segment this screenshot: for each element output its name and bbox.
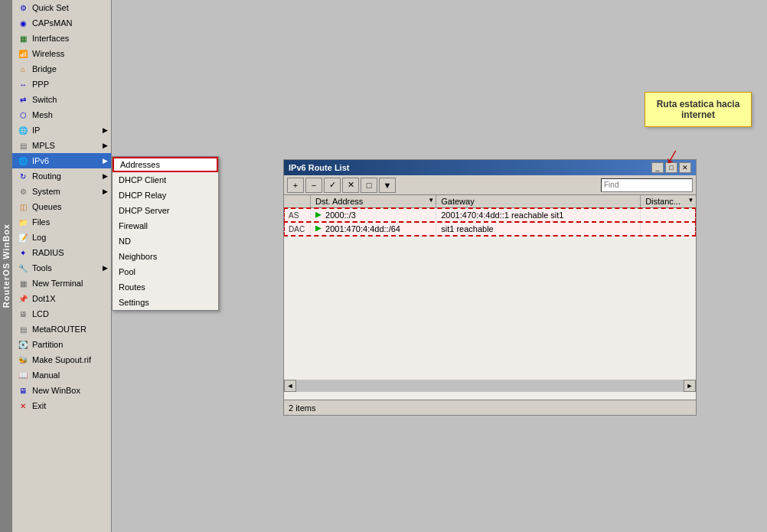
submenu-item-settings[interactable]: Settings [113, 295, 218, 310]
submenu-item-pool[interactable]: Pool [113, 264, 218, 279]
mpls-arrow-icon: ▶ [103, 142, 108, 149]
partition-icon: 💽 [17, 338, 29, 351]
new-winbox-icon: 🖥 [17, 384, 29, 397]
route-table-container: Dst. Address ▼ Gateway Distanc... ▼ AS [284, 195, 696, 387]
submenu-item-routes[interactable]: Routes [113, 279, 218, 295]
submenu-item-dhcp-server[interactable]: DHCP Server [113, 203, 218, 218]
queues-icon: ◫ [17, 201, 29, 213]
sidebar-item-interfaces[interactable]: ▦ Interfaces [12, 31, 111, 46]
sidebar-item-new-terminal[interactable]: ▦ New Terminal [12, 276, 111, 291]
submenu-item-dhcp-relay[interactable]: DHCP Relay [113, 188, 218, 203]
sidebar-item-wireless[interactable]: 📶 Wireless [12, 46, 111, 61]
sidebar-item-system[interactable]: ⚙ System ▶ [12, 184, 111, 199]
toolbar-check-button[interactable]: ✓ [324, 178, 341, 193]
sidebar-item-bridge[interactable]: ⌂ Bridge [12, 61, 111, 77]
route-toolbar: + − ✓ ✕ □ ▼ [284, 175, 696, 195]
route-window-titlebar[interactable]: IPv6 Route List _ □ ✕ [284, 160, 696, 175]
files-icon: 📁 [17, 216, 29, 228]
bridge-icon: ⌂ [17, 63, 29, 75]
sidebar-item-make-supout[interactable]: 🐝 Make Supout.rif [12, 352, 111, 367]
sidebar-item-partition[interactable]: 💽 Partition [12, 337, 111, 352]
sidebar-item-ipv6[interactable]: 🌐 IPv6 ▶ [12, 153, 111, 168]
col-distance[interactable]: Distanc... ▼ [641, 195, 696, 208]
row2-arrow-icon [315, 226, 321, 232]
ppp-icon: ↔ [17, 78, 29, 90]
route-table: Dst. Address ▼ Gateway Distanc... ▼ AS [284, 195, 696, 236]
toolbar-add-button[interactable]: + [287, 178, 304, 193]
sidebar-item-mpls[interactable]: ▤ MPLS ▶ [12, 138, 111, 153]
sidebar-item-lcd[interactable]: 🖥 LCD [12, 306, 111, 321]
sidebar-item-exit[interactable]: ✕ Exit [12, 398, 111, 413]
sidebar-item-routing[interactable]: ↻ Routing ▶ [12, 168, 111, 184]
toolbar-copy-button[interactable]: □ [361, 178, 377, 193]
sidebar-item-metarouter[interactable]: ▤ MetaROUTER [12, 321, 111, 337]
table-row[interactable]: DAC 2001:470:4:4dd::/64 sit1 reachable [284, 222, 696, 236]
sidebar-item-files[interactable]: 📁 Files [12, 214, 111, 230]
submenu-item-firewall[interactable]: Firewall [113, 218, 218, 233]
routing-icon: ↻ [17, 170, 29, 182]
app-vertical-label: RouterOS WinBox [0, 0, 12, 532]
submenu-item-nd[interactable]: ND [113, 233, 218, 249]
tooltip-bubble: Ruta estatica hacia internet [645, 92, 752, 127]
route-window: IPv6 Route List _ □ ✕ + − ✓ ✕ □ ▼ [283, 159, 697, 416]
submenu-item-addresses[interactable]: Addresses [113, 157, 218, 172]
ipv6-icon: 🌐 [17, 155, 29, 167]
row2-gateway: sit1 reachable [436, 222, 641, 236]
manual-icon: 📖 [17, 369, 29, 381]
sidebar-item-new-winbox[interactable]: 🖥 New WinBox [12, 383, 111, 398]
row1-flags: AS [284, 208, 311, 222]
quick-set-icon: ⚙ [17, 2, 29, 14]
tools-arrow-icon: ▶ [103, 264, 108, 272]
row2-dst-address: 2001:470:4:4dd::/64 [311, 222, 436, 236]
route-search-input[interactable] [601, 178, 693, 192]
sidebar-item-ppp[interactable]: ↔ PPP [12, 77, 111, 92]
new-terminal-icon: ▦ [17, 277, 29, 289]
ip-arrow-icon: ▶ [103, 126, 108, 134]
sidebar-item-switch[interactable]: ⇄ Switch [12, 92, 111, 107]
sidebar-item-capsman[interactable]: ◉ CAPsMAN [12, 15, 111, 31]
exit-icon: ✕ [17, 400, 29, 412]
col-dst-address[interactable]: Dst. Address ▼ [311, 195, 436, 208]
submenu-item-neighbors[interactable]: Neighbors [113, 249, 218, 264]
mesh-icon: ⬡ [17, 109, 29, 121]
window-close-button[interactable]: ✕ [679, 162, 691, 173]
sidebar-item-mesh[interactable]: ⬡ Mesh [12, 107, 111, 122]
row1-arrow-icon [315, 212, 321, 218]
row1-gateway: 2001:470:4:4dd::1 reachable sit1 [436, 208, 641, 222]
row1-distance [641, 208, 696, 222]
ipv6-arrow-icon: ▶ [103, 157, 108, 165]
sidebar-item-tools[interactable]: 🔧 Tools ▶ [12, 260, 111, 276]
sidebar-item-log[interactable]: 📝 Log [12, 230, 111, 245]
toolbar-filter-button[interactable]: ▼ [379, 178, 396, 193]
ipv6-submenu: Addresses DHCP Client DHCP Relay DHCP Se… [112, 156, 219, 311]
horizontal-scrollbar[interactable]: ◄ ► [284, 380, 696, 392]
sidebar-item-manual[interactable]: 📖 Manual [12, 367, 111, 383]
metarouter-icon: ▤ [17, 323, 29, 335]
sidebar-item-dot1x[interactable]: 📌 Dot1X [12, 291, 111, 306]
sidebar-item-queues[interactable]: ◫ Queues [12, 199, 111, 214]
col-gateway[interactable]: Gateway [436, 195, 641, 208]
toolbar-remove-button[interactable]: − [305, 178, 322, 193]
mpls-icon: ▤ [17, 139, 29, 152]
scroll-track[interactable] [296, 380, 684, 392]
ip-icon: 🌐 [17, 124, 29, 136]
route-status-bar: 2 items [284, 400, 696, 415]
table-header-row: Dst. Address ▼ Gateway Distanc... ▼ [284, 195, 696, 208]
radius-icon: ✦ [17, 246, 29, 259]
scroll-left-button[interactable]: ◄ [284, 380, 296, 392]
sidebar-item-quick-set[interactable]: ⚙ Quick Set [12, 0, 111, 15]
col-distance-sort-icon: ▼ [688, 197, 694, 204]
row1-dst-address: 2000::/3 [311, 208, 436, 222]
toolbar-cross-button[interactable]: ✕ [342, 178, 359, 193]
dot1x-icon: 📌 [17, 292, 29, 305]
log-icon: 📝 [17, 231, 29, 243]
scroll-right-button[interactable]: ► [684, 380, 696, 392]
sidebar: ⚙ Quick Set ◉ CAPsMAN ▦ Interfaces 📶 Wir… [12, 0, 112, 532]
submenu-item-dhcp-client[interactable]: DHCP Client [113, 172, 218, 188]
sidebar-item-radius[interactable]: ✦ RADIUS [12, 245, 111, 260]
make-supout-icon: 🐝 [17, 354, 29, 366]
table-row[interactable]: AS 2000::/3 2001:470:4:4dd::1 reachable … [284, 208, 696, 222]
col-flags[interactable] [284, 195, 311, 208]
tools-icon: 🔧 [17, 262, 29, 274]
sidebar-item-ip[interactable]: 🌐 IP ▶ [12, 122, 111, 138]
